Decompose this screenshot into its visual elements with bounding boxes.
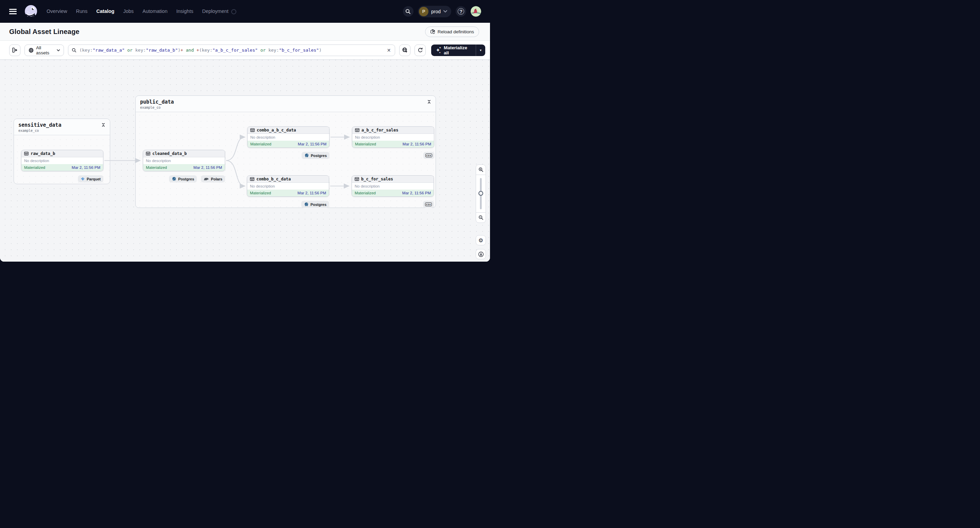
tag-parquet[interactable]: Parquet	[78, 175, 103, 182]
collapse-icon[interactable]	[101, 122, 105, 127]
asset-lineage-canvas[interactable]: sensitive_data example_co public_data ex…	[0, 60, 490, 262]
polars-icon	[204, 177, 209, 181]
materialize-label: Materialize all	[444, 45, 471, 55]
tag-label: Polars	[211, 177, 223, 181]
globe-plus-icon	[402, 47, 408, 53]
new-scope-button[interactable]	[399, 44, 410, 56]
asset-scope-label: All assets	[36, 45, 54, 55]
table-icon	[250, 177, 255, 181]
postgres-icon	[172, 177, 177, 181]
asset-description: No description	[247, 183, 329, 190]
nav-runs[interactable]: Runs	[76, 8, 88, 14]
table-icon	[24, 152, 29, 155]
dagster-logo[interactable]	[23, 3, 39, 20]
asset-status-row: MaterializedMar 2, 11:56 PM	[247, 190, 329, 197]
tag-csv[interactable]: csv	[423, 152, 434, 159]
top-navbar: Overview Runs Catalog Jobs Automation In…	[0, 0, 490, 23]
deployment-status-icon	[231, 9, 236, 14]
tag-label: Postgres	[178, 177, 194, 181]
zoom-in-icon	[479, 167, 484, 172]
filter-toolbar: All assets (key:"raw_data_a" or key:"raw…	[0, 41, 490, 60]
status-timestamp: Mar 2, 11:56 PM	[72, 165, 100, 170]
tag-postgres[interactable]: Postgres	[169, 175, 197, 182]
clear-query-icon[interactable]: ✕	[386, 48, 392, 53]
csv-icon: csv	[425, 154, 432, 157]
search-icon	[72, 48, 76, 53]
asset-node-cleaned-data-b[interactable]: cleaned_data_b No description Materializ…	[143, 150, 225, 171]
chevron-down-icon	[444, 10, 447, 13]
tag-polars[interactable]: Polars	[201, 175, 225, 182]
group-subtitle: example_co	[18, 129, 61, 133]
tag-label: Postgres	[311, 154, 327, 158]
asset-description: No description	[352, 183, 434, 190]
user-avatar[interactable]	[471, 6, 481, 17]
tag-postgres[interactable]: Postgres	[302, 152, 329, 159]
search-button[interactable]	[403, 6, 414, 17]
materialize-all-button[interactable]: ✦✦✦ Materialize all	[431, 44, 476, 56]
status-timestamp: Mar 2, 11:56 PM	[402, 142, 431, 146]
asset-status-row: MaterializedMar 2, 11:56 PM	[352, 190, 434, 197]
query-text: (key:"raw_data_a" or key:"raw_data_b")+ …	[79, 48, 383, 53]
nav-catalog[interactable]: Catalog	[96, 8, 114, 14]
question-icon: ?	[458, 8, 464, 14]
group-header[interactable]: public_data example_co	[136, 96, 436, 112]
nav-deployment[interactable]: Deployment	[202, 8, 236, 14]
asset-name: combo_a_b_c_data	[257, 128, 296, 133]
page-title: Global Asset Lineage	[9, 28, 80, 36]
table-icon	[355, 177, 359, 181]
group-header[interactable]: sensitive_data example_co	[14, 119, 110, 135]
open-panel-button[interactable]	[9, 44, 21, 56]
asset-name: cleaned_data_b	[152, 151, 187, 156]
tag-label: Postgres	[310, 203, 326, 206]
menu-icon[interactable]	[9, 9, 17, 14]
content-card: Global Asset Lineage Reload definitions	[0, 23, 490, 262]
asset-scope-dropdown[interactable]: All assets	[24, 44, 64, 56]
asset-status-row: MaterializedMar 2, 11:56 PM	[21, 164, 103, 171]
status-label: Materialized	[24, 165, 45, 170]
zoom-slider-thumb[interactable]	[479, 191, 483, 196]
collapse-icon[interactable]	[427, 99, 431, 104]
download-image-button[interactable]	[476, 249, 486, 259]
parquet-icon	[81, 177, 85, 181]
csv-icon: csv	[425, 203, 432, 206]
table-icon	[355, 128, 360, 132]
asset-node-raw-data-b[interactable]: raw_data_b No description MaterializedMa…	[21, 150, 103, 171]
reload-definitions-button[interactable]: Reload definitions	[425, 27, 479, 37]
env-name: prod	[431, 9, 441, 14]
group-title: public_data	[140, 99, 174, 105]
graph-settings-button[interactable]: ⚙	[476, 235, 486, 245]
zoom-in-button[interactable]	[476, 165, 485, 175]
deployment-switcher[interactable]: P prod	[418, 6, 451, 17]
materialize-options-caret[interactable]: ▾	[476, 44, 485, 56]
postgres-icon	[304, 202, 309, 207]
nav-overview[interactable]: Overview	[46, 8, 67, 14]
asset-description: No description	[143, 157, 225, 164]
asset-description: No description	[352, 134, 434, 141]
reload-label: Reload definitions	[438, 29, 474, 34]
nav-jobs[interactable]: Jobs	[123, 8, 134, 14]
asset-node-a-b-c-for-sales[interactable]: a_b_c_for_sales No description Materiali…	[352, 127, 434, 148]
zoom-slider[interactable]	[476, 175, 485, 212]
nav-automation[interactable]: Automation	[143, 8, 167, 14]
asset-node-combo-b-c-data[interactable]: combo_b_c_data No description Materializ…	[247, 175, 329, 197]
status-label: Materialized	[250, 142, 271, 146]
asset-name: raw_data_b	[30, 151, 55, 156]
status-timestamp: Mar 2, 11:56 PM	[298, 142, 326, 146]
tag-csv[interactable]: csv	[423, 201, 434, 208]
nav-insights[interactable]: Insights	[176, 8, 193, 14]
postgres-icon	[304, 153, 309, 158]
asset-status-row: MaterializedMar 2, 11:56 PM	[143, 164, 225, 171]
asset-query-input[interactable]: (key:"raw_data_a" or key:"raw_data_b")+ …	[68, 44, 395, 56]
status-label: Materialized	[355, 191, 376, 195]
asset-node-combo-a-b-c-data[interactable]: combo_a_b_c_data No description Material…	[247, 127, 329, 148]
zoom-controls	[476, 165, 486, 223]
table-icon	[146, 152, 150, 155]
asset-node-b-c-for-sales[interactable]: b_c_for_sales No description Materialize…	[352, 175, 434, 197]
zoom-out-icon	[479, 215, 484, 220]
asset-name: a_b_c_for_sales	[361, 128, 398, 133]
refresh-button[interactable]	[415, 44, 426, 56]
tag-postgres[interactable]: Postgres	[301, 201, 329, 208]
zoom-out-button[interactable]	[476, 212, 485, 222]
sparkles-icon: ✦✦✦	[436, 48, 441, 53]
help-button[interactable]: ?	[456, 6, 466, 17]
